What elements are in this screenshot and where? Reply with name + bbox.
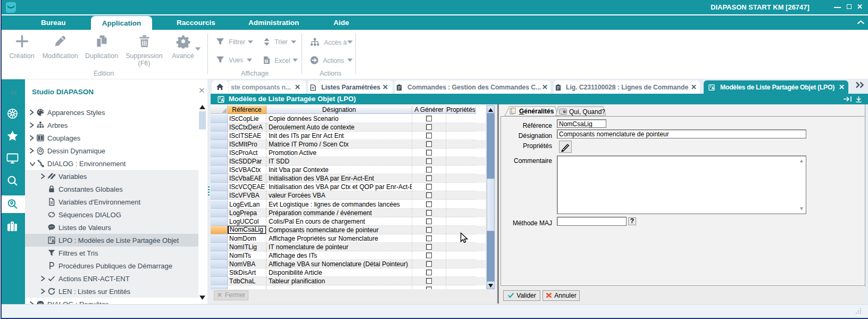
- svg-text:x: x: [265, 59, 268, 63]
